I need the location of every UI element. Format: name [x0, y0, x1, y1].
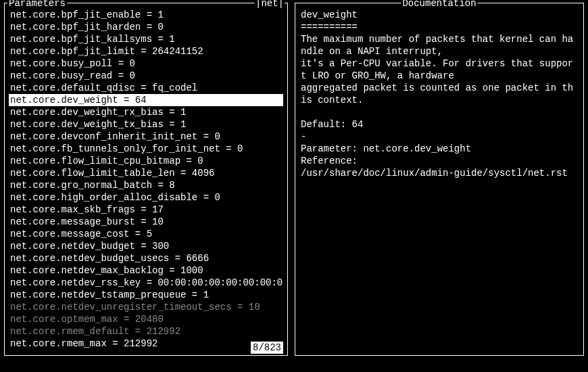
doc-line: aggregated packet is counted as one pack… — [301, 82, 578, 106]
doc-line: ========== — [301, 21, 578, 33]
param-row[interactable]: net.core.netdev_max_backlog = 1000 — [9, 264, 283, 277]
param-row[interactable]: net.core.devconf_inherit_init_net = 0 — [9, 131, 283, 143]
param-row[interactable]: net.core.netdev_budget_usecs = 6666 — [9, 252, 283, 264]
param-row[interactable]: net.core.message_burst = 10 — [9, 216, 283, 228]
param-row[interactable]: net.core.dev_weight = 64 — [9, 94, 283, 106]
param-row[interactable]: net.core.default_qdisc = fq_codel — [9, 82, 283, 94]
param-row[interactable]: net.core.flow_limit_table_len = 4096 — [9, 167, 283, 179]
param-row[interactable]: net.core.max_skb_frags = 17 — [9, 204, 283, 216]
param-row[interactable]: net.core.rmem_max = 212992 — [9, 338, 283, 350]
doc-line: - — [301, 131, 578, 143]
param-row[interactable]: net.core.netdev_rss_key = 00:00:00:00:00… — [9, 277, 283, 289]
param-row[interactable]: net.core.high_order_alloc_disable = 0 — [9, 191, 283, 204]
parameters-title: Parameters — [7, 0, 67, 9]
param-row[interactable]: net.core.fb_tunnels_only_for_init_net = … — [9, 143, 283, 155]
param-row[interactable]: net.core.dev_weight_tx_bias = 1 — [9, 118, 283, 131]
doc-line: The maximum number of packets that kerne… — [301, 33, 578, 57]
param-row[interactable]: net.core.bpf_jit_harden = 0 — [9, 21, 283, 33]
parameters-pane[interactable]: Parameters |net| net.core.bpf_jit_enable… — [4, 3, 288, 356]
param-row[interactable]: net.core.bpf_jit_enable = 1 — [9, 9, 283, 21]
param-row[interactable]: net.core.netdev_tstamp_prequeue = 1 — [9, 289, 283, 301]
param-row[interactable]: net.core.flow_limit_cpu_bitmap = 0 — [9, 155, 283, 167]
param-row[interactable]: net.core.bpf_jit_limit = 264241152 — [9, 45, 283, 57]
param-row[interactable]: net.core.netdev_unregister_timeout_secs … — [9, 301, 283, 313]
documentation-body: dev_weight==========The maximum number o… — [299, 9, 579, 179]
filter-indicator[interactable]: |net| — [255, 0, 285, 9]
doc-line: it's a Per-CPU variable. For drivers tha… — [301, 57, 578, 82]
documentation-pane: Documentation dev_weight==========The ma… — [295, 3, 584, 356]
param-row[interactable]: net.core.dev_weight_rx_bias = 1 — [9, 106, 283, 118]
doc-line: Default: 64 — [301, 118, 578, 131]
position-counter: 8/823 — [251, 342, 283, 354]
param-row[interactable]: net.core.rmem_default = 212992 — [9, 325, 283, 338]
doc-line: /usr/share/doc/linux/admin-guide/sysctl/… — [301, 167, 578, 179]
doc-line: Reference: — [301, 155, 578, 167]
doc-line — [301, 106, 578, 118]
parameters-list[interactable]: net.core.bpf_jit_enable = 1net.core.bpf_… — [9, 9, 283, 350]
param-row[interactable]: net.core.netdev_budget = 300 — [9, 240, 283, 252]
param-row[interactable]: net.core.optmem_max = 20480 — [9, 313, 283, 325]
param-row[interactable]: net.core.bpf_jit_kallsyms = 1 — [9, 33, 283, 45]
param-row[interactable]: net.core.gro_normal_batch = 8 — [9, 179, 283, 191]
app-container: Parameters |net| net.core.bpf_jit_enable… — [4, 3, 584, 356]
doc-line: Parameter: net.core.dev_weight — [301, 143, 578, 155]
param-row[interactable]: net.core.message_cost = 5 — [9, 228, 283, 240]
param-row[interactable]: net.core.busy_poll = 0 — [9, 57, 283, 70]
doc-line: dev_weight — [301, 9, 578, 21]
documentation-title: Documentation — [401, 0, 477, 9]
param-row[interactable]: net.core.busy_read = 0 — [9, 70, 283, 82]
